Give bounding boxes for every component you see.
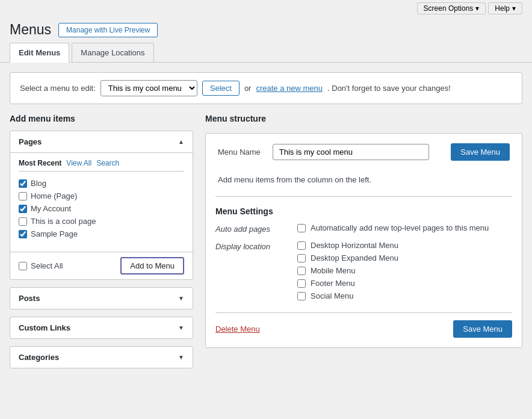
social-menu-checkbox[interactable] xyxy=(297,292,306,300)
list-item[interactable]: Desktop Horizontal Menu xyxy=(297,241,398,250)
list-item[interactable]: Home (Page) xyxy=(19,191,184,200)
list-item[interactable]: Sample Page xyxy=(19,229,184,238)
my-account-checkbox[interactable] xyxy=(19,205,27,213)
menu-name-label: Menu Name xyxy=(218,147,261,157)
top-bar: Screen Options ▾ Help ▾ xyxy=(0,0,532,17)
select-all-checkbox[interactable] xyxy=(19,262,27,270)
help-chevron-icon: ▾ xyxy=(512,4,516,13)
auto-add-pages-option-label: Automatically add new top-level pages to… xyxy=(311,223,489,232)
pages-section: Pages ▲ Most Recent View All Search Blog xyxy=(10,131,193,280)
main-content: Add menu items Pages ▲ Most Recent View … xyxy=(0,104,532,385)
menu-footer: Delete Menu Save Menu xyxy=(215,312,512,338)
tab-edit-menus[interactable]: Edit Menus xyxy=(10,43,69,63)
pages-subtabs: Most Recent View All Search xyxy=(19,159,184,172)
display-location-label: Display location xyxy=(215,241,288,251)
help-label: Help xyxy=(495,4,510,13)
auto-add-pages-label: Auto add pages xyxy=(215,223,288,234)
blog-label: Blog xyxy=(31,179,46,188)
cool-page-checkbox[interactable] xyxy=(19,217,27,226)
menu-settings-title: Menu Settings xyxy=(215,206,512,216)
home-checkbox[interactable] xyxy=(19,192,27,200)
posts-arrow-icon: ▼ xyxy=(178,295,184,302)
menu-name-input[interactable] xyxy=(273,144,429,160)
screen-options-chevron-icon: ▾ xyxy=(475,4,479,13)
screen-options-button[interactable]: Screen Options ▾ xyxy=(417,2,486,14)
desktop-expanded-checkbox[interactable] xyxy=(297,254,306,262)
auto-add-pages-options: Automatically add new top-level pages to… xyxy=(297,223,489,232)
help-button[interactable]: Help ▾ xyxy=(488,2,522,14)
mobile-menu-label: Mobile Menu xyxy=(311,266,355,275)
tab-manage-locations[interactable]: Manage Locations xyxy=(72,43,153,62)
home-label: Home (Page) xyxy=(31,191,77,200)
menu-name-group: Menu Name xyxy=(218,144,429,160)
live-preview-button[interactable]: Manage with Live Preview xyxy=(58,23,158,37)
subtab-search[interactable]: Search xyxy=(96,159,119,167)
left-panel: Add menu items Pages ▲ Most Recent View … xyxy=(10,114,193,376)
posts-section: Posts ▼ xyxy=(10,287,193,309)
page-title: Menus xyxy=(10,22,51,38)
pages-section-body: Most Recent View All Search Blog Home (P… xyxy=(10,152,193,252)
menu-name-row: Menu Name Save Menu xyxy=(215,143,512,161)
categories-label: Categories xyxy=(19,353,59,362)
pages-section-header[interactable]: Pages ▲ xyxy=(10,131,193,152)
delete-menu-link[interactable]: Delete Menu xyxy=(215,324,260,334)
create-new-menu-link[interactable]: create a new menu xyxy=(256,84,323,93)
right-panel: Menu structure Menu Name Save Menu Add m… xyxy=(205,114,522,348)
posts-section-header[interactable]: Posts ▼ xyxy=(10,288,193,309)
between-text: or xyxy=(244,84,252,93)
menu-settings-section: Menu Settings Auto add pages Automatical… xyxy=(215,206,512,300)
right-panel-inner: Menu Name Save Menu Add menu items from … xyxy=(205,133,522,348)
subtab-view-all[interactable]: View All xyxy=(66,159,91,167)
save-menu-button-top[interactable]: Save Menu xyxy=(451,143,510,161)
auto-add-pages-option[interactable]: Automatically add new top-level pages to… xyxy=(297,223,489,232)
display-location-row: Display location Desktop Horizontal Menu… xyxy=(215,241,512,300)
desktop-horizontal-label: Desktop Horizontal Menu xyxy=(311,241,398,250)
add-items-hint: Add menu items from the column on the le… xyxy=(215,169,512,197)
pages-arrow-icon: ▲ xyxy=(178,138,184,145)
sample-page-label: Sample Page xyxy=(31,229,78,238)
list-item[interactable]: This is a cool page xyxy=(19,217,184,226)
pages-section-footer: Select All Add to Menu xyxy=(10,252,193,279)
custom-links-label: Custom Links xyxy=(19,323,70,332)
select-menu-button[interactable]: Select xyxy=(202,81,240,96)
desktop-expanded-label: Desktop Expanded Menu xyxy=(311,253,398,262)
select-all-item[interactable]: Select All xyxy=(19,261,63,270)
my-account-label: My Account xyxy=(31,204,71,213)
pages-section-label: Pages xyxy=(19,137,42,146)
save-menu-button-bottom[interactable]: Save Menu xyxy=(453,320,512,338)
footer-menu-label: Footer Menu xyxy=(311,279,355,288)
desktop-horizontal-checkbox[interactable] xyxy=(297,241,306,250)
list-item[interactable]: Social Menu xyxy=(297,291,398,300)
categories-arrow-icon: ▼ xyxy=(178,354,184,361)
auto-add-pages-checkbox[interactable] xyxy=(297,224,306,232)
add-menu-items-title: Add menu items xyxy=(10,114,193,123)
pages-checkbox-list: Blog Home (Page) My Account This is a co… xyxy=(19,179,184,238)
posts-section-label: Posts xyxy=(19,294,40,303)
mobile-menu-checkbox[interactable] xyxy=(297,267,306,275)
social-menu-label: Social Menu xyxy=(311,291,354,300)
categories-section-header[interactable]: Categories ▼ xyxy=(10,347,193,368)
sample-page-checkbox[interactable] xyxy=(19,230,27,238)
footer-menu-checkbox[interactable] xyxy=(297,279,306,288)
list-item[interactable]: My Account xyxy=(19,204,184,213)
custom-links-section-header[interactable]: Custom Links ▼ xyxy=(10,317,193,338)
list-item[interactable]: Desktop Expanded Menu xyxy=(297,253,398,262)
subtab-most-recent[interactable]: Most Recent xyxy=(19,159,61,167)
screen-options-label: Screen Options xyxy=(424,4,474,13)
blog-checkbox[interactable] xyxy=(19,179,27,188)
list-item[interactable]: Mobile Menu xyxy=(297,266,398,275)
display-location-options: Desktop Horizontal Menu Desktop Expanded… xyxy=(297,241,398,300)
menu-structure-title: Menu structure xyxy=(205,114,522,123)
categories-section: Categories ▼ xyxy=(10,346,193,368)
select-menu-prefix: Select a menu to edit: xyxy=(20,84,96,93)
list-item[interactable]: Footer Menu xyxy=(297,279,398,288)
custom-links-arrow-icon: ▼ xyxy=(178,324,184,331)
menu-select-bar: Select a menu to edit: This is my cool m… xyxy=(10,72,522,104)
page-header: Menus Manage with Live Preview xyxy=(0,17,532,43)
suffix-text: . Don't forget to save your changes! xyxy=(327,84,451,93)
add-to-menu-button[interactable]: Add to Menu xyxy=(120,257,184,275)
auto-add-pages-row: Auto add pages Automatically add new top… xyxy=(215,223,512,234)
tabs-bar: Edit Menus Manage Locations xyxy=(0,43,532,63)
list-item[interactable]: Blog xyxy=(19,179,184,188)
menu-dropdown[interactable]: This is my cool menu xyxy=(101,80,197,96)
